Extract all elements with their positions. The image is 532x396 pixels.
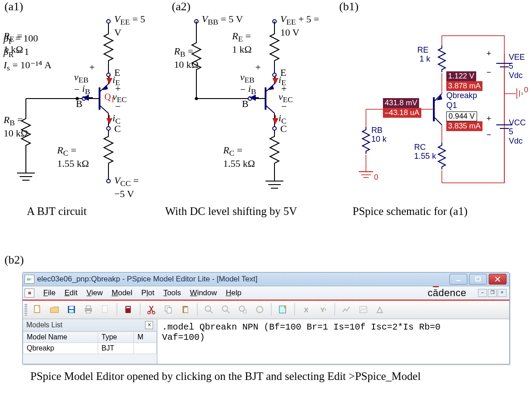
paste-button[interactable] bbox=[179, 303, 192, 316]
b1-RC: RC bbox=[414, 143, 426, 152]
a1-iB: iB bbox=[82, 83, 90, 96]
save-button[interactable] bbox=[65, 303, 78, 316]
b1-RC-val: 1.55 k bbox=[414, 152, 436, 161]
svg-rect-75 bbox=[456, 280, 461, 281]
svg-line-96 bbox=[227, 311, 229, 313]
svg-rect-82 bbox=[86, 306, 91, 309]
b1-RB: RB bbox=[371, 126, 382, 135]
a1-minus-ec: − bbox=[115, 101, 121, 112]
mdi-close-button[interactable]: × bbox=[498, 289, 507, 297]
a1-VCC: VCC = −5 V bbox=[114, 175, 151, 200]
b1-vB: 431.8 mV bbox=[383, 98, 419, 108]
plot3-button[interactable] bbox=[374, 303, 387, 316]
svg-point-88 bbox=[152, 311, 155, 314]
menu-help[interactable]: Help bbox=[226, 289, 241, 297]
b1-iB: –43.18 uA bbox=[383, 108, 421, 118]
a2-RC: RC = 1.55 kΩ bbox=[223, 144, 255, 169]
menu-tools[interactable]: Tools bbox=[163, 289, 181, 297]
library-button[interactable] bbox=[122, 303, 135, 316]
svg-rect-80 bbox=[69, 310, 74, 313]
titlebar[interactable]: BF: elec03e06_pnp:Qbreakp - PSpice Model… bbox=[23, 272, 509, 286]
panel-label-a1: (a1) bbox=[4, 0, 23, 13]
svg-rect-83 bbox=[86, 311, 91, 313]
window-title: elec03e06_pnp:Qbreakp - PSpice Model Edi… bbox=[37, 275, 258, 284]
cell-m bbox=[134, 343, 157, 354]
toolbar-grip[interactable] bbox=[25, 303, 27, 316]
menu-edit[interactable]: Edit bbox=[64, 289, 77, 297]
x-axis-button[interactable]: X bbox=[299, 303, 313, 316]
model-text-editor[interactable]: .model Qbreakn NPN (Bf=100 Br=1 Is=10f I… bbox=[158, 319, 509, 364]
minimize-button[interactable] bbox=[449, 274, 467, 285]
a1-RE: RE = 1 kΩ bbox=[4, 30, 23, 55]
open-button[interactable] bbox=[48, 303, 61, 316]
print-button[interactable] bbox=[82, 303, 95, 316]
menu-view[interactable]: View bbox=[87, 289, 103, 297]
b1-RB-val: 10 k bbox=[371, 135, 387, 144]
menu-model[interactable]: Model bbox=[112, 289, 132, 297]
catalog-button[interactable] bbox=[276, 303, 290, 316]
b1-VEE: VEE bbox=[509, 53, 525, 62]
maximize-button[interactable] bbox=[469, 274, 487, 285]
zoom-area-button[interactable] bbox=[236, 303, 249, 316]
pane-close-button[interactable]: ✕ bbox=[145, 321, 153, 329]
svg-rect-79 bbox=[69, 306, 74, 309]
svg-point-95 bbox=[222, 306, 228, 311]
a1-VEE: VEE = 5 V bbox=[114, 13, 151, 38]
cell-type: BJT bbox=[98, 343, 133, 354]
svg-point-99 bbox=[257, 306, 263, 313]
zoom-out-button[interactable] bbox=[219, 303, 233, 316]
b1-VCC-val: 5 Vdc bbox=[509, 127, 527, 146]
menu-window[interactable]: Window bbox=[190, 289, 217, 297]
a1-Is: Is = 10⁻¹⁴ A bbox=[4, 59, 51, 73]
b1-gnd0a: 0 bbox=[374, 173, 378, 182]
zoom-in-button[interactable] bbox=[202, 303, 216, 316]
close-button[interactable] bbox=[489, 274, 507, 285]
caption-b2: PSpice Model Editor opened by clicking o… bbox=[30, 370, 421, 383]
panel-label-a2: (a2) bbox=[172, 0, 191, 13]
a1-plus-eb: + bbox=[89, 62, 95, 73]
app-icon: BF: bbox=[25, 275, 34, 284]
a2-iB: iB bbox=[248, 83, 256, 96]
a2-VBB: VBB = 5 V bbox=[202, 13, 243, 27]
mdi-minimize-button[interactable]: – bbox=[478, 289, 487, 297]
col-m[interactable]: M bbox=[134, 332, 157, 343]
b1-Q: Qbreakp bbox=[446, 91, 477, 100]
svg-rect-76 bbox=[476, 277, 480, 281]
cut-button[interactable] bbox=[145, 303, 158, 316]
caption-a1: A BJT circuit bbox=[27, 205, 87, 218]
b1-vC: 0.944 V bbox=[446, 111, 477, 121]
menu-plot[interactable]: Plot bbox=[141, 289, 154, 297]
b1-iC: 3.835 mA bbox=[446, 121, 482, 131]
b1-vE: 1.122 V bbox=[446, 71, 476, 81]
a2-RB: RB = 10 kΩ bbox=[174, 45, 199, 70]
a2-minus-ec: − bbox=[281, 101, 287, 112]
a2-B: B bbox=[242, 98, 249, 110]
a1-RC: RC = 1.55 kΩ bbox=[57, 144, 89, 169]
plot2-button[interactable] bbox=[357, 303, 370, 316]
col-type[interactable]: Type bbox=[98, 332, 133, 343]
panel-label-b1: (b1) bbox=[339, 0, 358, 13]
zoom-fit-button[interactable] bbox=[253, 303, 266, 316]
svg-line-94 bbox=[210, 311, 212, 313]
mdi-restore-button[interactable]: ❐ bbox=[488, 289, 497, 297]
new-button[interactable] bbox=[31, 303, 44, 316]
a1-RB: RB = 10 kΩ bbox=[4, 114, 28, 139]
menu-file[interactable]: File bbox=[43, 289, 55, 297]
svg-point-97 bbox=[239, 306, 245, 311]
y-axis-button[interactable]: YI bbox=[316, 303, 330, 316]
document-icon: ▦ bbox=[25, 289, 34, 297]
caption-a2: With DC level shifting by 5V bbox=[165, 205, 297, 218]
a2-VEE: VEE + 5 = 10 V bbox=[280, 13, 330, 38]
pspice-window: BF: elec03e06_pnp:Qbreakp - PSpice Model… bbox=[22, 272, 510, 364]
table-row[interactable]: Qbreakp BJT bbox=[23, 343, 157, 354]
b1-Q1: Q1 bbox=[446, 101, 457, 110]
models-list-pane: Models List ✕ Model Name Type M Qbreakp … bbox=[23, 319, 158, 364]
cell-model-name: Qbreakp bbox=[23, 343, 98, 354]
col-model-name[interactable]: Model Name bbox=[23, 332, 98, 343]
page-button[interactable] bbox=[99, 303, 112, 316]
copy-button[interactable] bbox=[162, 303, 175, 316]
b1-VCC: VCC bbox=[509, 118, 526, 128]
a2-minus-eb: − bbox=[240, 84, 245, 95]
brand-cadence: cādence bbox=[428, 287, 466, 299]
plot1-button[interactable] bbox=[340, 303, 353, 316]
